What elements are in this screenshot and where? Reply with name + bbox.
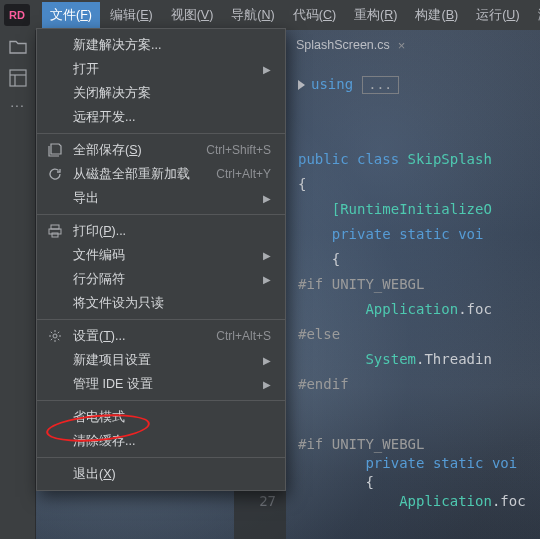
code-line	[298, 397, 540, 416]
menu-item-label: 打开	[73, 61, 99, 78]
close-icon[interactable]: ×	[398, 38, 406, 53]
code-line	[298, 122, 540, 147]
menu-item-label: 清除缓存...	[73, 433, 135, 450]
menubar-item-1[interactable]: 编辑(E)	[102, 2, 161, 29]
tab-label: SplashScreen.cs	[296, 38, 390, 52]
menubar-item-5[interactable]: 重构(R)	[346, 2, 405, 29]
menu-item-label: 关闭解决方案	[73, 85, 151, 102]
menu-item-11[interactable]: 行分隔符▶	[37, 267, 285, 291]
code-line: #if UNITY_WEBGL	[298, 435, 540, 454]
menu-item-label: 行分隔符	[73, 271, 125, 288]
menubar: 文件(F)编辑(E)视图(V)导航(N)代码(C)重构(R)构建(B)运行(U)…	[36, 0, 540, 30]
code-line: System.Threadin	[298, 347, 540, 372]
menu-item-label: 将文件设为只读	[73, 295, 164, 312]
code-line: private static voi	[298, 454, 540, 473]
menu-item-18[interactable]: 省电模式	[37, 405, 285, 429]
gear-icon	[47, 328, 63, 344]
file-menu-dropdown: 新建解决方案...打开▶关闭解决方案远程开发...全部保存(S)Ctrl+Shi…	[36, 28, 286, 491]
menu-separator	[37, 133, 285, 134]
menu-item-label: 退出(X)	[73, 466, 116, 483]
code-line	[298, 416, 540, 435]
code-line: [RuntimeInitializeO	[298, 197, 540, 222]
menu-item-label: 文件编码	[73, 247, 125, 264]
menu-item-1[interactable]: 打开▶	[37, 57, 285, 81]
code-line: Application.foc	[298, 492, 540, 511]
code-line: #if UNITY_WEBGL	[298, 272, 540, 297]
code-line: public class SkipSplash	[298, 147, 540, 172]
menubar-item-3[interactable]: 导航(N)	[223, 2, 282, 29]
menu-item-9[interactable]: 打印(P)...	[37, 219, 285, 243]
menu-item-label: 从磁盘全部重新加载	[73, 166, 190, 183]
chevron-right-icon: ▶	[243, 193, 271, 204]
menu-item-label: 省电模式	[73, 409, 125, 426]
menu-item-shortcut: Ctrl+Alt+S	[196, 329, 271, 343]
editor-tabs: SplashScreen.cs ×	[286, 30, 540, 60]
menubar-item-7[interactable]: 运行(U)	[468, 2, 527, 29]
fold-placeholder[interactable]: ...	[362, 76, 399, 94]
menu-item-label: 管理 IDE 设置	[73, 376, 153, 393]
menu-item-shortcut: Ctrl+Shift+S	[186, 143, 271, 157]
folder-icon[interactable]	[8, 36, 28, 56]
menu-item-0[interactable]: 新建解决方案...	[37, 33, 285, 57]
code-line: #endif	[298, 372, 540, 397]
menu-item-12[interactable]: 将文件设为只读	[37, 291, 285, 315]
menu-item-10[interactable]: 文件编码▶	[37, 243, 285, 267]
menu-item-label: 设置(T)...	[73, 328, 125, 345]
code-line: using ...	[298, 72, 540, 97]
save-all-icon	[47, 142, 63, 158]
chevron-right-icon: ▶	[243, 250, 271, 261]
menu-separator	[37, 457, 285, 458]
code-content[interactable]: using ...public class SkipSplash{ [Runti…	[286, 60, 540, 539]
code-line: {	[298, 473, 540, 492]
chevron-right-icon: ▶	[243, 355, 271, 366]
code-line: {	[298, 172, 540, 197]
menu-item-5[interactable]: 全部保存(S)Ctrl+Shift+S	[37, 138, 285, 162]
menu-item-7[interactable]: 导出▶	[37, 186, 285, 210]
app-logo: RD	[4, 4, 30, 26]
menu-item-3[interactable]: 远程开发...	[37, 105, 285, 129]
menubar-item-8[interactable]: 测试(T)	[530, 2, 540, 29]
menu-item-15[interactable]: 新建项目设置▶	[37, 348, 285, 372]
menu-item-label: 新建项目设置	[73, 352, 151, 369]
menu-item-label: 打印(P)...	[73, 223, 126, 240]
menubar-item-0[interactable]: 文件(F)	[42, 2, 100, 29]
chevron-right-icon: ▶	[243, 379, 271, 390]
left-tool-strip: ···	[0, 30, 36, 539]
code-line: Application.foc	[298, 297, 540, 322]
menu-separator	[37, 400, 285, 401]
tab-splashscreen[interactable]: SplashScreen.cs ×	[286, 32, 415, 60]
code-line: private static voi	[298, 222, 540, 247]
menu-separator	[37, 319, 285, 320]
menu-item-label: 导出	[73, 190, 99, 207]
code-line	[298, 97, 540, 122]
menu-item-label: 全部保存(S)	[73, 142, 142, 159]
menubar-item-6[interactable]: 构建(B)	[407, 2, 466, 29]
menu-item-19[interactable]: 清除缓存...	[37, 429, 285, 453]
menu-separator	[37, 214, 285, 215]
menu-item-label: 远程开发...	[73, 109, 135, 126]
menu-item-6[interactable]: 从磁盘全部重新加载Ctrl+Alt+Y	[37, 162, 285, 186]
menubar-item-2[interactable]: 视图(V)	[163, 2, 222, 29]
code-line: #else	[298, 322, 540, 347]
menu-item-2[interactable]: 关闭解决方案	[37, 81, 285, 105]
line-number: 27	[234, 492, 276, 511]
structure-icon[interactable]	[8, 68, 28, 88]
svg-rect-3	[51, 225, 59, 229]
fold-chevron-icon[interactable]	[298, 80, 305, 90]
chevron-right-icon: ▶	[243, 64, 271, 75]
menu-item-16[interactable]: 管理 IDE 设置▶	[37, 372, 285, 396]
reload-icon	[47, 166, 63, 182]
svg-rect-0	[10, 70, 26, 86]
menu-item-21[interactable]: 退出(X)	[37, 462, 285, 486]
more-tools-icon[interactable]: ···	[10, 102, 25, 108]
code-line: {	[298, 247, 540, 272]
svg-point-6	[53, 334, 57, 338]
print-icon	[47, 223, 63, 239]
menubar-item-4[interactable]: 代码(C)	[285, 2, 344, 29]
chevron-right-icon: ▶	[243, 274, 271, 285]
menu-item-shortcut: Ctrl+Alt+Y	[196, 167, 271, 181]
menu-item-label: 新建解决方案...	[73, 37, 161, 54]
menu-item-14[interactable]: 设置(T)...Ctrl+Alt+S	[37, 324, 285, 348]
